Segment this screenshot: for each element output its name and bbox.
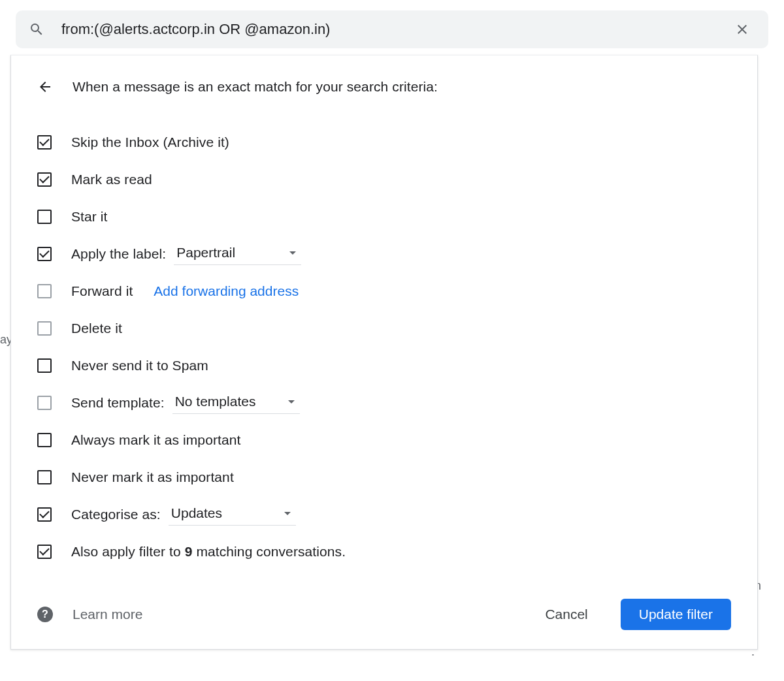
back-button[interactable]	[37, 79, 53, 95]
option-skip-inbox: Skip the Inbox (Archive it)	[37, 123, 731, 161]
dropdown-categorise[interactable]: Updates	[169, 503, 296, 526]
checkbox-also-apply[interactable]	[37, 545, 52, 559]
option-star-it: Star it	[37, 198, 731, 235]
label-never-important: Never mark it as important	[71, 469, 234, 485]
dropdown-apply-label[interactable]: Papertrail	[174, 242, 301, 265]
label-apply-label: Apply the label:	[71, 246, 166, 262]
label-star-it: Star it	[71, 209, 108, 225]
checkbox-never-spam[interactable]	[37, 358, 52, 373]
label-forward-it: Forward it	[71, 283, 133, 299]
update-filter-button[interactable]: Update filter	[621, 599, 731, 630]
checkbox-delete-it[interactable]	[37, 321, 52, 336]
option-also-apply: Also apply filter to 9 matching conversa…	[37, 533, 731, 570]
learn-more-link[interactable]: Learn more	[73, 607, 142, 622]
checkbox-categorise[interactable]	[37, 507, 52, 522]
option-categorise: Categorise as: Updates	[37, 496, 731, 533]
checkbox-star-it[interactable]	[37, 210, 52, 224]
label-delete-it: Delete it	[71, 321, 122, 336]
dropdown-send-template-value: No templates	[175, 394, 256, 409]
checkbox-apply-label[interactable]	[37, 247, 52, 261]
cancel-button[interactable]: Cancel	[532, 600, 600, 629]
option-delete-it: Delete it	[37, 309, 731, 347]
label-always-important: Always mark it as important	[71, 432, 240, 448]
label-skip-inbox: Skip the Inbox (Archive it)	[71, 135, 229, 150]
close-icon	[734, 22, 750, 37]
checkbox-send-template[interactable]	[37, 396, 52, 410]
option-mark-read: Mark as read	[37, 161, 731, 198]
dropdown-apply-label-value: Papertrail	[176, 245, 235, 261]
search-icon	[29, 22, 44, 37]
dropdown-categorise-value: Updates	[171, 505, 222, 521]
option-send-template: Send template: No templates	[37, 384, 731, 421]
clear-search-button[interactable]	[729, 16, 755, 42]
arrow-left-icon	[37, 79, 53, 95]
dropdown-send-template[interactable]: No templates	[172, 391, 300, 414]
checkbox-never-important[interactable]	[37, 470, 52, 484]
option-apply-label: Apply the label: Papertrail	[37, 235, 731, 272]
checkbox-skip-inbox[interactable]	[37, 135, 52, 150]
label-send-template: Send template:	[71, 395, 165, 411]
option-never-spam: Never send it to Spam	[37, 347, 731, 384]
help-icon[interactable]: ?	[37, 607, 53, 622]
panel-footer: ? Learn more Cancel Update filter	[37, 599, 731, 630]
panel-header: When a message is an exact match for you…	[37, 79, 731, 95]
label-never-spam: Never send it to Spam	[71, 358, 208, 373]
search-bar	[16, 10, 768, 48]
label-categorise: Categorise as:	[71, 507, 161, 522]
checkbox-forward-it[interactable]	[37, 284, 52, 298]
label-also-apply: Also apply filter to 9 matching conversa…	[71, 544, 346, 560]
header-text: When a message is an exact match for you…	[73, 79, 438, 95]
filter-panel: When a message is an exact match for you…	[10, 55, 758, 650]
chevron-down-icon	[288, 400, 295, 404]
option-never-important: Never mark it as important	[37, 458, 731, 496]
label-mark-read: Mark as read	[71, 172, 152, 187]
chevron-down-icon	[289, 251, 296, 255]
chevron-down-icon	[284, 512, 291, 515]
checkbox-always-important[interactable]	[37, 433, 52, 447]
option-forward-it: Forward it Add forwarding address	[37, 272, 731, 309]
search-input[interactable]	[61, 21, 729, 38]
option-always-important: Always mark it as important	[37, 421, 731, 458]
link-add-forwarding[interactable]: Add forwarding address	[154, 283, 299, 299]
checkbox-mark-read[interactable]	[37, 172, 52, 187]
